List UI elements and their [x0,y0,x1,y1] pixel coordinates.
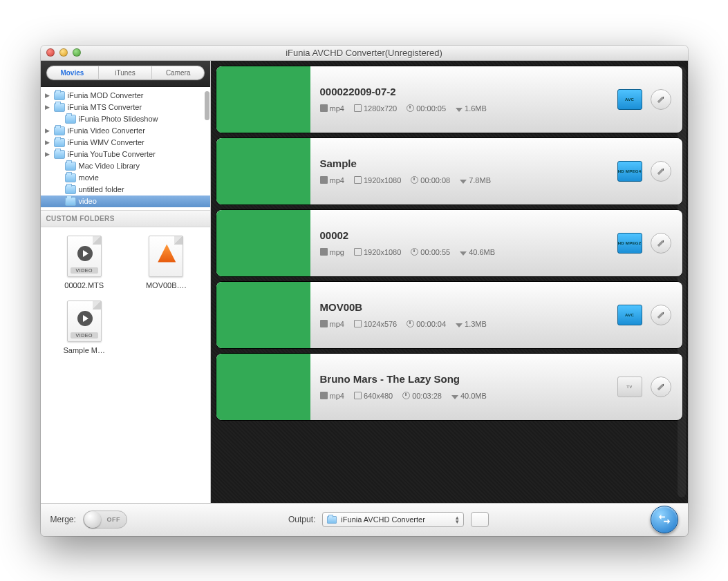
item-info: MOV00Bmp41024x57600:00:041.3MB [310,282,617,348]
file-icon: VIDEO [67,236,102,277]
folder-icon [327,516,337,524]
video-thumbnail[interactable] [216,138,310,204]
minimize-button[interactable] [59,48,68,57]
pencil-icon [655,237,666,249]
item-meta: mp41920x108000:00:087.8MB [320,176,608,184]
output-format-badge[interactable]: HD MPEG4 [617,161,642,182]
video-thumbnail[interactable] [216,66,310,133]
tree-label: iFunia Video Converter [68,126,145,135]
tree-row[interactable]: iFunia Photo Slideshow [41,113,210,125]
file-icon [149,236,183,277]
close-button[interactable] [46,48,55,57]
output-format-badge[interactable]: HD MPEG2 [617,233,642,254]
output-format-badge[interactable]: AVC [617,305,642,325]
window-title: iFunia AVCHD Converter(Unregistered) [41,48,688,58]
output-format-badge[interactable]: TV [617,377,642,397]
merge-state: OFF [101,516,127,523]
merge-toggle[interactable]: OFF [83,511,127,528]
edit-button[interactable] [651,161,671,182]
edit-button[interactable] [651,233,671,254]
list-item[interactable]: Samplemp41920x108000:00:087.8MBHD MPEG4 [216,138,682,204]
titlebar: iFunia AVCHD Converter(Unregistered) [41,46,688,61]
format-icon [320,248,328,256]
size-icon [460,251,467,256]
edit-button[interactable] [651,305,671,325]
main-scrollbar[interactable] [678,66,686,497]
resolution-icon [354,104,362,112]
tab-movies[interactable]: Movies [46,66,100,80]
tree-row[interactable]: untitled folder [41,184,210,196]
tree-label: iFunia MOD Converter [68,91,144,99]
convert-arrows-icon [657,512,672,527]
tree-row[interactable]: ▶iFunia MOD Converter [41,90,210,102]
tab-camera[interactable]: Camera [152,66,205,80]
pencil-icon [655,93,666,105]
disclosure-arrow-icon: ▶ [45,92,51,99]
size-icon [456,108,463,112]
folder-icon [65,115,76,124]
file-thumbnail[interactable]: VIDEOSample M… [44,301,126,354]
item-title: 000022009-07-2 [320,86,608,97]
file-thumbnail[interactable]: MOV00B…. [125,236,207,289]
video-badge: VIDEO [71,332,98,339]
resolution-icon [354,320,362,327]
folder-icon [65,162,76,171]
list-item[interactable]: Bruno Mars - The Lazy Songmp4640x48000:0… [216,354,682,420]
item-meta: mp41280x72000:00:051.6MB [320,104,608,113]
item-resolution: 1920x1080 [364,248,401,256]
item-size: 1.6MB [465,104,487,113]
browse-output-button[interactable] [471,512,489,527]
tab-itunes[interactable]: iTunes [99,66,152,80]
tree-row[interactable]: ▶iFunia WMV Converter [41,137,210,149]
zoom-button[interactable] [73,48,81,57]
chevron-updown-icon: ▴▾ [456,515,459,524]
item-resolution: 1920x1080 [364,176,401,184]
list-item[interactable]: MOV00Bmp41024x57600:00:041.3MBAVC [216,282,682,348]
folder-icon [54,126,65,135]
video-thumbnail[interactable] [216,354,310,420]
file-name: 00002.MTS [44,281,126,289]
item-info: 000022009-07-2mp41280x72000:00:051.6MB [310,66,617,133]
list-item[interactable]: 00002mpg1920x108000:00:5540.6MBHD MPEG2 [216,210,682,276]
tree-row[interactable]: ▶iFunia YouTube Converter [41,149,210,160]
tree-row[interactable]: Mac Video Library [41,160,210,172]
disclosure-arrow-icon: ▶ [45,104,51,111]
resolution-icon [354,392,362,399]
disclosure-arrow-icon: ▶ [45,127,51,134]
file-name: Sample M… [44,346,126,354]
tree-scrollbar[interactable] [205,91,209,120]
convert-button[interactable] [651,506,678,533]
item-resolution: 640x480 [364,392,393,400]
format-icon [320,392,328,399]
folder-icon [54,103,65,112]
tree-label: iFunia YouTube Converter [68,150,156,158]
pencil-icon [655,309,666,321]
vlc-icon [158,245,176,263]
video-thumbnail[interactable] [216,282,310,348]
list-item[interactable]: 000022009-07-2mp41280x72000:00:051.6MBAV… [216,66,682,133]
folder-tree[interactable]: ▶iFunia MOD Converter▶iFunia MTS Convert… [41,87,210,211]
output-folder-value: iFunia AVCHD Converter [341,515,424,524]
folder-icon [65,185,76,194]
file-thumbnail[interactable]: VIDEO00002.MTS [44,236,126,289]
item-info: Samplemp41920x108000:00:087.8MB [310,138,617,204]
tree-row[interactable]: video [41,196,210,207]
output-folder-select[interactable]: iFunia AVCHD Converter ▴▾ [322,512,464,527]
output-format-badge[interactable]: AVC [617,89,642,110]
tree-row[interactable]: ▶iFunia MTS Converter [41,102,210,113]
video-thumbnail[interactable] [216,210,310,276]
merge-label: Merge: [50,515,76,524]
tree-row[interactable]: movie [41,172,210,184]
folder-icon [54,91,65,100]
tree-row[interactable]: ▶iFunia Video Converter [41,125,210,137]
file-name: MOV00B…. [125,281,207,289]
item-info: Bruno Mars - The Lazy Songmp4640x48000:0… [310,354,617,420]
edit-button[interactable] [651,377,671,397]
format-icon [320,104,328,112]
item-resolution: 1024x576 [364,320,397,328]
resolution-icon [354,248,362,256]
item-meta: mp41024x57600:00:041.3MB [320,320,608,328]
size-icon [460,180,467,184]
edit-button[interactable] [651,89,671,110]
play-icon [77,246,93,261]
